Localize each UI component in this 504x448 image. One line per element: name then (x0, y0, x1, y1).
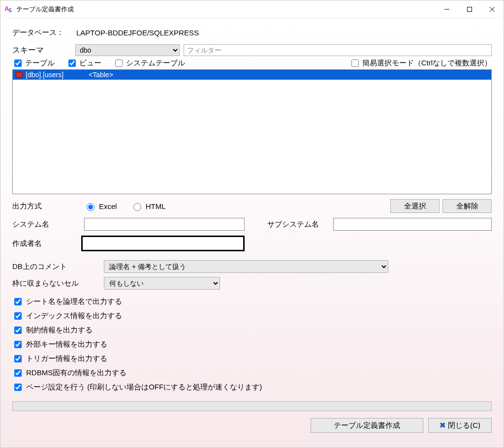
system-name-label: システム名 (12, 220, 81, 229)
checkbox-system-table[interactable]: システムテーブル (113, 58, 185, 68)
schema-label: スキーマ (12, 45, 74, 56)
option-rdbms-info[interactable]: RDBMS固有の情報を出力する (12, 368, 492, 378)
close-button[interactable]: ✖ 閉じる(C) (428, 418, 492, 433)
app-window: テーブル定義書作成 データベース： LAPTOP-BDDEJFOE/SQLEXP… (0, 0, 504, 448)
list-item-object: [dbo].[users] (26, 71, 86, 79)
close-icon: ✖ (440, 421, 446, 430)
option-sheet-logical-name[interactable]: シート名を論理名で出力する (12, 297, 492, 307)
option-trigger-info[interactable]: トリガー情報を出力する (12, 354, 492, 364)
titlebar: テーブル定義書作成 (0, 0, 504, 18)
close-window-button[interactable] (481, 0, 504, 18)
subsystem-name-input[interactable] (333, 218, 492, 231)
minimize-button[interactable] (436, 0, 458, 18)
checkbox-table[interactable]: テーブル (12, 58, 55, 68)
schema-select[interactable]: dbo (75, 44, 180, 56)
overflow-cell-label: 枠に収まらないセル (12, 279, 104, 288)
output-label: 出力方式 (12, 202, 84, 211)
overflow-cell-select[interactable]: 何もしない (104, 277, 220, 290)
author-name-input[interactable] (81, 236, 245, 251)
database-value: LAPTOP-BDDEJFOE/SQLEXPRESS (76, 29, 199, 37)
maximize-button[interactable] (458, 0, 481, 18)
checkbox-simple-mode[interactable]: 簡易選択モード（Ctrlなしで複数選択） (349, 58, 492, 68)
db-comment-label: DB上のコメント (12, 262, 104, 271)
progress-bar (12, 401, 492, 411)
window-title: テーブル定義書作成 (16, 5, 74, 14)
filter-input[interactable] (184, 44, 492, 56)
db-comment-select[interactable]: 論理名 + 備考として扱う (104, 260, 388, 273)
select-all-button[interactable]: 全選択 (390, 199, 440, 213)
app-icon (4, 5, 13, 14)
radio-html[interactable]: HTML (131, 202, 166, 211)
list-item-type: <Table> (89, 71, 113, 79)
option-constraint-info[interactable]: 制約情報を出力する (12, 325, 492, 335)
radio-excel[interactable]: Excel (84, 202, 117, 211)
list-item[interactable]: [dbo].[users] <Table> (13, 70, 491, 80)
option-foreign-key-info[interactable]: 外部キー情報を出力する (12, 339, 492, 350)
deselect-all-button[interactable]: 全解除 (442, 199, 492, 213)
generate-button[interactable]: テーブル定義書作成 (311, 418, 423, 433)
object-listbox[interactable]: [dbo].[users] <Table> (12, 69, 492, 194)
option-index-info[interactable]: インデックス情報を出力する (12, 311, 492, 321)
author-name-label: 作成者名 (12, 239, 81, 248)
subsystem-name-label: サブシステム名 (267, 220, 330, 229)
svg-rect-1 (468, 7, 472, 11)
checkbox-view[interactable]: ビュー (66, 58, 101, 68)
table-icon (16, 72, 23, 78)
database-label: データベース： (12, 28, 76, 37)
system-name-input[interactable] (84, 218, 245, 231)
option-page-setup[interactable]: ページ設定を行う (印刷しない場合はOFFにすると処理が速くなります) (12, 382, 492, 392)
